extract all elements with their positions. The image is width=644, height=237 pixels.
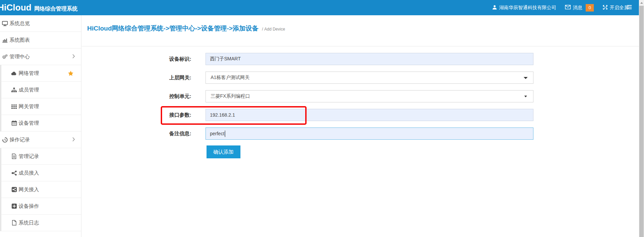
remark-label: 备注信息: bbox=[82, 131, 191, 137]
history-icon bbox=[2, 137, 8, 143]
gears-icon bbox=[2, 54, 8, 60]
sidebar-item-device-management[interactable]: 设备管理 bbox=[0, 115, 81, 132]
main-content: HiCloud网络综合管理系统->管理中心->设备管理->添加设备 / Add … bbox=[82, 15, 639, 237]
sidebar-item-network-management[interactable]: 网络管理 bbox=[0, 65, 81, 82]
messages-menu[interactable]: 消息 0 bbox=[565, 4, 594, 12]
star-icon[interactable] bbox=[68, 71, 74, 77]
fullscreen-toggle[interactable]: 开启全屏 bbox=[603, 5, 629, 11]
calendar-icon bbox=[11, 120, 17, 126]
sidebar-item-label: 网络管理 bbox=[19, 70, 39, 77]
sidebar-item-label: 成员接入 bbox=[19, 170, 39, 176]
sidebar-item-gateway-access[interactable]: 网关接入 bbox=[0, 181, 81, 198]
sidebar: 系统总览 系统图表 管理中心 网络管理 bbox=[0, 15, 81, 237]
monitor-icon bbox=[2, 21, 8, 26]
device-id-input[interactable]: 西门子SMART bbox=[206, 53, 533, 65]
app-logo: HiCloud 网络综合管理系统 bbox=[0, 2, 78, 13]
chevron-right-icon bbox=[72, 137, 75, 143]
scroll-up-button[interactable] bbox=[639, 0, 644, 6]
company-name: 湖南华辰智通科技有限公司 bbox=[499, 5, 556, 11]
logo-brand: HiCloud bbox=[0, 2, 32, 13]
sidebar-item-system-charts[interactable]: 系统图表 bbox=[0, 32, 81, 48]
fullscreen-label: 开启全屏 bbox=[610, 5, 629, 11]
file-text-icon bbox=[11, 154, 17, 159]
sidebar-item-device-operation[interactable]: 设备操作 bbox=[0, 198, 81, 215]
sidebar-item-operation-records[interactable]: 操作记录 bbox=[0, 132, 81, 148]
upper-gateway-value: A1栋客户测试网关 bbox=[211, 75, 250, 81]
file-icon bbox=[11, 220, 17, 226]
bar-chart-icon bbox=[2, 37, 8, 43]
control-unit-select[interactable]: 三菱FX系列编程口 bbox=[206, 90, 533, 102]
breadcrumb-path: HiCloud网络综合管理系统->管理中心->设备管理->添加设备 bbox=[87, 25, 258, 32]
account-menu[interactable]: 湖南华辰智通科技有限公司 bbox=[492, 5, 556, 11]
messages-label: 消息 bbox=[573, 5, 582, 11]
sidebar-item-label: 管理中心 bbox=[9, 54, 30, 60]
sidebar-item-gateway-management[interactable]: 网关管理 bbox=[0, 98, 81, 115]
fullscreen-icon bbox=[603, 5, 608, 11]
sidebar-item-label: 设备操作 bbox=[19, 203, 39, 210]
device-id-label: 设备标识: bbox=[82, 56, 191, 62]
topbar-right: 湖南华辰智通科技有限公司 消息 0 开启全屏 bbox=[492, 0, 629, 15]
user-icon bbox=[492, 5, 497, 11]
sidebar-item-system-overview[interactable]: 系统总览 bbox=[0, 15, 81, 32]
scrollbar-thumb[interactable] bbox=[639, 6, 644, 237]
upper-gateway-label: 上层网关: bbox=[82, 75, 191, 81]
topbar: HiCloud 网络综合管理系统 湖南华辰智通科技有限公司 消息 0 bbox=[0, 0, 639, 15]
sidebar-item-label: 系统图表 bbox=[9, 37, 30, 43]
form-row-remark: 备注信息: perfect bbox=[82, 127, 639, 140]
plus-square-icon bbox=[11, 203, 17, 209]
share-icon bbox=[11, 170, 17, 176]
interface-params-label: 接口参数: bbox=[82, 112, 191, 118]
form-row-control-unit: 控制单元: 三菱FX系列编程口 bbox=[82, 90, 639, 102]
sitemap-icon bbox=[11, 87, 17, 93]
sidebar-item-label: 网关管理 bbox=[19, 103, 39, 110]
logo-suffix: 网络综合管理系统 bbox=[34, 5, 78, 13]
confirm-add-button[interactable]: 确认添加 bbox=[207, 145, 240, 158]
sidebar-item-label: 网关接入 bbox=[19, 186, 39, 193]
form-row-upper-gateway: 上层网关: A1栋客户测试网关 bbox=[82, 72, 639, 84]
interface-params-input[interactable]: 192.168.2.1 bbox=[206, 109, 533, 121]
sidebar-item-member-management[interactable]: 成员管理 bbox=[0, 82, 81, 98]
sidebar-item-member-access[interactable]: 成员接入 bbox=[0, 165, 81, 181]
control-unit-value: 三菱FX系列编程口 bbox=[211, 93, 250, 99]
form-row-device-id: 设备标识: 西门子SMART bbox=[82, 53, 639, 65]
breadcrumb-suffix: / Add Device bbox=[262, 27, 285, 32]
add-device-form: 设备标识: 西门子SMART 上层网关: A1栋客户测试网关 控制单元: 三菱F… bbox=[82, 46, 639, 158]
upper-gateway-select[interactable]: A1栋客户测试网关 bbox=[206, 72, 533, 84]
cloud-icon bbox=[11, 71, 17, 76]
sidebar-item-label: 成员管理 bbox=[19, 87, 39, 93]
sidebar-item-management-records[interactable]: 管理记录 bbox=[0, 148, 81, 165]
sidebar-item-label: 设备管理 bbox=[19, 120, 39, 126]
remark-value: perfect bbox=[210, 131, 225, 136]
messages-count-badge: 0 bbox=[586, 4, 594, 12]
menu-icon[interactable] bbox=[627, 5, 632, 10]
form-row-interface-params: 接口参数: 192.168.2.1 bbox=[82, 109, 639, 121]
sidebar-item-management-center[interactable]: 管理中心 bbox=[0, 48, 81, 65]
remark-input[interactable]: perfect bbox=[206, 127, 533, 140]
sidebar-item-system-logs[interactable]: 系统日志 bbox=[0, 215, 81, 231]
sidebar-item-label: 系统总览 bbox=[9, 20, 30, 27]
breadcrumb: HiCloud网络综合管理系统->管理中心->设备管理->添加设备 / Add … bbox=[82, 15, 639, 46]
sidebar-item-label: 操作记录 bbox=[9, 137, 30, 143]
device-id-value: 西门子SMART bbox=[210, 56, 241, 62]
sidebar-item-label: 管理记录 bbox=[19, 153, 39, 160]
caret-down-icon bbox=[524, 96, 527, 97]
vertical-scrollbar[interactable] bbox=[639, 0, 644, 237]
interface-params-value: 192.168.2.1 bbox=[210, 112, 235, 118]
control-unit-label: 控制单元: bbox=[82, 93, 191, 100]
caret-down-icon bbox=[524, 77, 528, 79]
grid-icon bbox=[11, 104, 17, 110]
share-square-icon bbox=[11, 187, 17, 193]
chevron-right-icon bbox=[72, 54, 75, 60]
sidebar-item-label: 系统日志 bbox=[19, 220, 39, 226]
page: HiCloud 网络综合管理系统 湖南华辰智通科技有限公司 消息 0 bbox=[0, 0, 644, 237]
text-cursor bbox=[225, 131, 225, 137]
envelope-icon bbox=[565, 5, 571, 11]
